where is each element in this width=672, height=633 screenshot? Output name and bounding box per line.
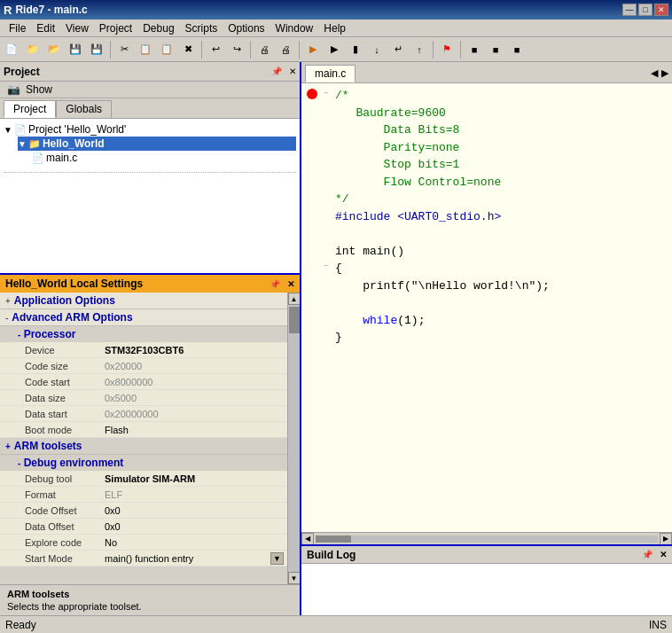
tb-undo[interactable]: ↩: [206, 40, 225, 59]
hscroll-right[interactable]: ▶: [660, 533, 672, 545]
project-panel: Project 📌 ✕ 📷 Show Project Globals ▼ 📄: [0, 62, 300, 275]
close-button[interactable]: ✕: [654, 4, 668, 16]
settings-scroll-up[interactable]: ▲: [288, 293, 301, 305]
menu-bar: File Edit View Project Debug Scripts Opt…: [0, 20, 672, 37]
menu-debug[interactable]: Debug: [137, 20, 179, 36]
maximize-button[interactable]: □: [638, 4, 652, 16]
codeoffset-value: 0x0: [105, 505, 121, 516]
menu-options[interactable]: Options: [223, 20, 270, 36]
settings-vscrollbar: ▲ ▼: [287, 293, 300, 584]
tab-project[interactable]: Project: [4, 100, 56, 118]
device-value: STM32F103CBT6: [105, 345, 184, 356]
menu-edit[interactable]: Edit: [31, 20, 60, 36]
project-close-icon[interactable]: ✕: [289, 66, 296, 76]
editor-tab-main[interactable]: main.c: [305, 65, 356, 82]
breakpoint-indicator: [307, 89, 317, 99]
adv-arm-group[interactable]: - Advanced ARM Options: [0, 309, 287, 326]
tb-misc1[interactable]: ■: [465, 40, 484, 59]
editor-nav-right[interactable]: ▶: [661, 67, 668, 79]
tb-sep5: [433, 41, 434, 59]
settings-scroll-thumb[interactable]: [289, 307, 300, 333]
tb-open[interactable]: 📁: [23, 40, 43, 59]
build-log-pin-icon[interactable]: 📌: [642, 550, 652, 559]
menu-scripts[interactable]: Scripts: [180, 20, 223, 36]
adv-arm-label: Advanced ARM Options: [12, 311, 132, 324]
tb-misc2[interactable]: ■: [486, 40, 505, 59]
tb-stop[interactable]: ▮: [346, 40, 365, 59]
tb-print[interactable]: 🖨: [254, 40, 274, 59]
hscroll-thumb[interactable]: [316, 535, 351, 543]
settings-info: ARM toolsets Selects the appropriate too…: [0, 584, 300, 615]
tab-globals[interactable]: Globals: [56, 100, 112, 118]
menu-project[interactable]: Project: [94, 20, 137, 36]
app-options-group[interactable]: + Application Options: [0, 293, 287, 309]
settings-info-title: ARM toolsets: [7, 589, 293, 599]
app-icon: R: [4, 4, 12, 17]
settings-pin-icon[interactable]: 📌: [270, 279, 280, 289]
datastart-value: 0x20000000: [105, 409, 159, 419]
tb-misc3[interactable]: ■: [507, 40, 527, 59]
tree-folder[interactable]: ▼ 📁 Hello_World: [18, 137, 296, 151]
tb-open2[interactable]: 📂: [44, 40, 64, 59]
menu-file[interactable]: File: [4, 20, 31, 36]
editor-tabs-left: main.c: [305, 65, 356, 82]
status-left: Ready: [5, 619, 36, 631]
hscroll-track: [316, 535, 658, 543]
right-panel: main.c ◀ ▶ ⁻/* Baudrate=9600 Data Bits=8…: [301, 62, 672, 615]
hscroll-left[interactable]: ◀: [301, 533, 314, 545]
tb-delete[interactable]: ✖: [178, 40, 198, 59]
tree-root[interactable]: ▼ 📄 Project 'Hello_World': [4, 122, 296, 137]
arm-toolsets-group[interactable]: + ARM toolsets: [0, 438, 287, 455]
tree-folder-expand: ▼: [18, 139, 27, 149]
editor-tabs: main.c ◀ ▶: [301, 62, 672, 83]
tb-bookmark[interactable]: ⚑: [437, 40, 457, 59]
settings-scroll-down[interactable]: ▼: [288, 572, 301, 584]
toolbar: 📄 📁 📂 💾 💾 ✂ 📋 📋 ✖ ↩ ↪ 🖨 🖨 ▶ ▶ ▮ ↓ ↵ ↑ ⚑ …: [0, 37, 672, 62]
tb-step2[interactable]: ↵: [388, 40, 408, 59]
project-title-label: Project: [4, 66, 40, 78]
editor-nav-left[interactable]: ◀: [651, 67, 658, 79]
settings-panel: Hello_World Local Settings 📌 ✕ + Applica…: [0, 275, 300, 615]
menu-window[interactable]: Window: [270, 20, 319, 36]
tb-sep6: [460, 41, 461, 59]
settings-close-icon[interactable]: ✕: [287, 279, 294, 289]
tb-build2[interactable]: ▶: [324, 40, 344, 59]
debugtool-value: Simulator SIM-ARM: [105, 473, 195, 484]
build-log-title: Build Log: [307, 549, 356, 561]
menu-help[interactable]: Help: [318, 20, 351, 36]
tb-step[interactable]: ↓: [367, 40, 387, 59]
editor-content[interactable]: ⁻/* Baudrate=9600 Data Bits=8 Parity=non…: [301, 83, 672, 532]
code-line-collapse2[interactable]: ⁻: [323, 260, 335, 277]
settings-row-explorecode: Explore code No: [0, 535, 287, 551]
debug-env-section[interactable]: - Debug environment: [0, 455, 287, 471]
menu-view[interactable]: View: [60, 20, 94, 36]
project-tabs: Project Globals: [0, 98, 300, 119]
tb-new[interactable]: 📄: [2, 40, 21, 59]
startmode-dropdown-icon[interactable]: ▼: [270, 552, 284, 565]
tb-cut[interactable]: ✂: [114, 40, 134, 59]
tb-print2[interactable]: 🖨: [276, 40, 295, 59]
minimize-button[interactable]: ―: [622, 4, 637, 16]
build-log-close-icon[interactable]: ✕: [660, 550, 667, 559]
project-pin-icon[interactable]: 📌: [271, 66, 282, 76]
settings-row-device: Device STM32F103CBT6: [0, 342, 287, 358]
tb-step3[interactable]: ↑: [410, 40, 429, 59]
tb-paste[interactable]: 📋: [157, 40, 176, 59]
explorecode-label: Explore code: [25, 537, 105, 548]
show-icon: 📷: [7, 83, 20, 96]
tb-redo[interactable]: ↪: [227, 40, 246, 59]
processor-section[interactable]: - Processor: [0, 326, 287, 342]
settings-title: Hello_World Local Settings: [5, 277, 143, 290]
codesize-value: 0x20000: [105, 361, 142, 371]
settings-row-dataoffset: Data Offset 0x0: [0, 519, 287, 535]
settings-row-codesize: Code size 0x20000: [0, 358, 287, 374]
code-line-collapse1[interactable]: ⁻: [323, 87, 335, 105]
tb-save[interactable]: 💾: [66, 40, 85, 59]
tb-saveall[interactable]: 💾: [87, 40, 106, 59]
settings-row-codestart: Code start 0x8000000: [0, 374, 287, 390]
tb-copy[interactable]: 📋: [136, 40, 155, 59]
tree-file-label: main.c: [46, 152, 77, 164]
tree-file[interactable]: 📄 main.c: [32, 151, 296, 165]
tb-build[interactable]: ▶: [303, 40, 323, 59]
settings-info-text: Selects the appropriate toolset.: [7, 601, 293, 612]
